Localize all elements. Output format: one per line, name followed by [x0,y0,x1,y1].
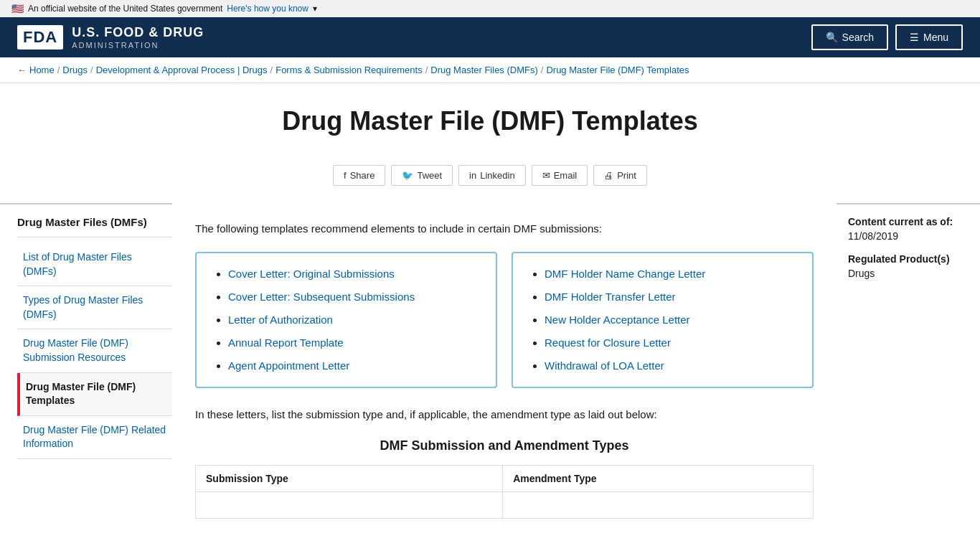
share-button[interactable]: f Share [333,165,385,186]
agency-line1: U.S. FOOD & DRUG [72,25,204,41]
content-date-label: Content current as of: [848,216,963,227]
list-item: Withdrawal of LOA Letter [545,359,795,372]
list-item: Cover Letter: Original Submissions [228,268,479,281]
dmf-holder-name-change-link[interactable]: DMF Holder Name Change Letter [545,268,705,280]
sidebar-link-related[interactable]: Drug Master File (DMF) Related Informati… [17,416,172,458]
sidebar-item-resources: Drug Master File (DMF) Submission Resour… [17,329,172,372]
menu-icon: ☰ [910,32,919,43]
sidebar-item-related: Drug Master File (DMF) Related Informati… [17,416,172,459]
sidebar-item-list: List of Drug Master Files (DMFs) [17,243,172,286]
list-item: New Holder Acceptance Letter [545,314,795,326]
us-flag: 🇺🇸 [11,3,24,14]
content-intro: The following templates recommend elemen… [195,220,814,237]
print-icon: 🖨 [604,170,613,181]
gov-banner-text: An official website of the United States… [28,4,222,14]
list-item: Agent Appointment Letter [228,359,479,372]
share-icon: f [344,170,347,181]
col-submission-type: Submission Type [196,465,503,491]
menu-label: Menu [923,32,948,43]
tweet-label: Tweet [417,170,442,181]
sidebar-link-resources[interactable]: Drug Master File (DMF) Submission Resour… [17,329,172,372]
home-arrow-icon: ← [17,65,27,75]
logo-area: FDA U.S. FOOD & DRUG ADMINISTRATION [17,25,204,50]
table-cell [196,491,503,518]
agent-appointment-link[interactable]: Agent Appointment Letter [228,359,349,372]
linkedin-icon: in [469,170,476,181]
email-button[interactable]: ✉ Email [532,165,588,186]
regulated-products-section: Regulated Product(s) Drugs [848,253,963,279]
linkedin-label: Linkedin [480,170,514,181]
search-label: Search [842,32,874,43]
menu-button[interactable]: ☰ Menu [895,24,963,50]
sidebar-link-types[interactable]: Types of Drug Master Files (DMFs) [17,286,172,329]
email-label: Email [554,170,578,181]
sidebar-item-types: Types of Drug Master Files (DMFs) [17,286,172,329]
breadcrumb-current[interactable]: Drug Master File (DMF) Templates [546,65,689,75]
letter-of-authorization-link[interactable]: Letter of Authorization [228,314,333,326]
sidebar-item-templates: Drug Master File (DMF) Templates [17,373,172,416]
cover-letter-subsequent-link[interactable]: Cover Letter: Subsequent Submissions [228,291,415,303]
content-date-section: Content current as of: 11/08/2019 [848,216,963,242]
content-area: The following templates recommend elemen… [172,203,837,519]
site-header: FDA U.S. FOOD & DRUG ADMINISTRATION 🔍 Se… [0,17,980,57]
breadcrumb: ← Home / Drugs / Development & Approval … [0,57,980,83]
breadcrumb-drugs[interactable]: Drugs [62,65,88,75]
annual-report-link[interactable]: Annual Report Template [228,336,344,349]
email-icon: ✉ [542,170,550,181]
sidebar-title: Drug Master Files (DMFs) [17,216,172,237]
table-row [196,491,814,518]
list-item: Annual Report Template [228,336,479,349]
sidebar: Drug Master Files (DMFs) List of Drug Ma… [0,203,172,519]
print-label: Print [617,170,636,181]
header-actions: 🔍 Search ☰ Menu [811,24,963,50]
regulated-products-label: Regulated Product(s) [848,253,963,265]
search-button[interactable]: 🔍 Search [811,24,888,50]
table-cell [503,491,814,518]
breadcrumb-forms[interactable]: Forms & Submission Requirements [275,65,422,75]
list-item: DMF Holder Name Change Letter [545,268,795,281]
left-template-list: Cover Letter: Original Submissions Cover… [214,268,479,372]
main-layout: Drug Master Files (DMFs) List of Drug Ma… [0,203,980,547]
breadcrumb-home[interactable]: Home [29,65,55,75]
templates-grid: Cover Letter: Original Submissions Cover… [195,252,814,388]
right-sidebar: Content current as of: 11/08/2019 Regula… [837,203,980,519]
page-title: Drug Master File (DMF) Templates [17,106,963,136]
tweet-button[interactable]: 🐦 Tweet [391,165,453,186]
fda-logo: FDA [17,25,63,50]
gov-banner-dropdown-icon: ▾ [313,4,317,14]
sidebar-link-list[interactable]: List of Drug Master Files (DMFs) [17,243,172,286]
list-item: Request for Closure Letter [545,336,795,349]
right-template-list: DMF Holder Name Change Letter DMF Holder… [530,268,795,372]
list-item: Cover Letter: Subsequent Submissions [228,291,479,303]
request-closure-link[interactable]: Request for Closure Letter [545,336,671,349]
search-icon: 🔍 [826,32,838,43]
agency-name: U.S. FOOD & DRUG ADMINISTRATION [72,25,204,50]
table-section-title: DMF Submission and Amendment Types [195,438,814,453]
sidebar-nav: List of Drug Master Files (DMFs) Types o… [17,243,172,459]
page-title-area: Drug Master File (DMF) Templates [0,83,980,154]
content-date-value: 11/08/2019 [848,230,963,242]
col-amendment-type: Amendment Type [503,465,814,491]
cover-letter-original-link[interactable]: Cover Letter: Original Submissions [228,268,395,280]
breadcrumb-dmfs[interactable]: Drug Master Files (DMFs) [430,65,538,75]
template-box-left: Cover Letter: Original Submissions Cover… [195,252,497,388]
agency-line2: ADMINISTRATION [72,41,204,50]
share-label: Share [350,170,375,181]
breadcrumb-dev[interactable]: Development & Approval Process | Drugs [96,65,268,75]
withdrawal-loa-link[interactable]: Withdrawal of LOA Letter [545,359,664,372]
twitter-icon: 🐦 [402,170,413,181]
print-button[interactable]: 🖨 Print [593,165,647,186]
new-holder-acceptance-link[interactable]: New Holder Acceptance Letter [545,314,690,326]
gov-banner: 🇺🇸 An official website of the United Sta… [0,0,980,17]
regulated-products-value: Drugs [848,268,963,279]
dmf-table: Submission Type Amendment Type [195,465,814,519]
template-box-right: DMF Holder Name Change Letter DMF Holder… [512,252,814,388]
dmf-holder-transfer-link[interactable]: DMF Holder Transfer Letter [545,291,676,303]
gov-banner-link[interactable]: Here's how you know [227,4,308,14]
body-text: In these letters, list the submission ty… [195,405,814,424]
list-item: Letter of Authorization [228,314,479,326]
linkedin-button[interactable]: in Linkedin [458,165,526,186]
social-share: f Share 🐦 Tweet in Linkedin ✉ Email 🖨 Pr… [0,165,980,186]
sidebar-link-templates[interactable]: Drug Master File (DMF) Templates [20,373,172,415]
table-header-row: Submission Type Amendment Type [196,465,814,491]
